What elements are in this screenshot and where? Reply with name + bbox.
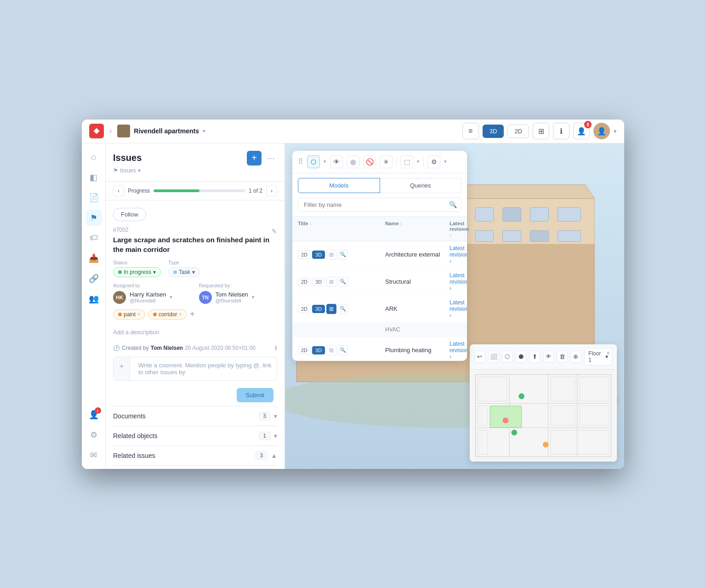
revision-structural[interactable]: Latest revision ›: [450, 272, 467, 291]
creator-name: Tom Nielsen: [151, 345, 183, 351]
3d-view-btn[interactable]: 3D: [483, 125, 504, 138]
table-view-btn[interactable]: ⊞: [533, 123, 549, 139]
minimap-add-btn[interactable]: ⊕: [570, 351, 581, 363]
revision-plumbing[interactable]: Latest revision ›: [450, 341, 467, 360]
sidebar-item-docs[interactable]: 📄: [85, 189, 102, 206]
user-dropdown-icon[interactable]: ▾: [614, 128, 617, 135]
model-name-plumbing: Plumbing heating: [385, 347, 450, 354]
minimap-select-btn[interactable]: ⬢: [516, 351, 527, 363]
minimap-rect-btn[interactable]: ⬜: [488, 351, 499, 363]
sidebar-item-inbox[interactable]: 📥: [85, 250, 102, 267]
requested-by-field: Requested by: TN Tom Nielsen @Rivendell …: [199, 283, 278, 304]
3d-btn-structural[interactable]: 3D: [312, 278, 325, 286]
2d-btn-plumbing[interactable]: 2D: [298, 346, 311, 354]
related-issues-chevron-icon: ▲: [271, 452, 277, 459]
model-row-ark: 2D 3D ⊞ 🔍 ARK Latest revision ›: [292, 296, 467, 323]
progress-bar: [154, 189, 245, 192]
toolbar-asterisk-btn[interactable]: ✳: [380, 155, 393, 168]
tag-corridor-remove[interactable]: ×: [179, 312, 182, 317]
requested-avatar: TN: [199, 291, 212, 304]
sidebar-item-issues[interactable]: ⚑: [85, 210, 102, 226]
toolbar-settings-btn[interactable]: ⚙: [427, 155, 440, 168]
toolbar-eye-btn[interactable]: 👁: [330, 155, 343, 168]
toolbar-eye2-btn[interactable]: ◎: [347, 155, 359, 168]
issue-panel-title: Issues: [113, 153, 142, 163]
revision-arch-ext[interactable]: Latest revision ›: [450, 245, 467, 264]
model-section-hvac: HVAC: [292, 323, 467, 337]
search-btn-plumbing[interactable]: 🔍: [338, 345, 348, 355]
models-tab-queries[interactable]: Queries: [380, 178, 462, 193]
comment-placeholder[interactable]: Write a cooment. Mention people by typin…: [134, 357, 277, 380]
sidebar-item-link[interactable]: 🔗: [85, 270, 102, 287]
search-btn-arch-ext[interactable]: 🔍: [338, 250, 348, 260]
model-row-plumbing: 2D 3D ⊞ 🔍 Plumbing heating Latest revisi…: [292, 337, 467, 361]
models-tab-models[interactable]: Models: [298, 178, 380, 193]
sidebar-item-layers[interactable]: ◧: [85, 169, 102, 186]
documents-section[interactable]: Documents 3 ▾: [113, 406, 277, 426]
add-description[interactable]: Add a description: [113, 325, 277, 339]
tag-paint-remove[interactable]: ×: [137, 312, 140, 317]
2d-view-btn[interactable]: 2D: [507, 125, 529, 138]
toolbar-cursor-expand: ▾: [417, 159, 420, 165]
grid-btn-structural[interactable]: ⊞: [326, 277, 336, 287]
add-tag-btn[interactable]: +: [189, 309, 195, 320]
3d-btn-ark[interactable]: 3D: [312, 305, 325, 313]
list-view-btn[interactable]: ≡: [462, 123, 479, 139]
sidebar-item-user[interactable]: 👤 1: [85, 406, 102, 423]
related-issues-label: Related issues: [113, 452, 155, 459]
minimap-poly-btn[interactable]: ⬡: [502, 351, 513, 363]
toolbar-cube-btn[interactable]: ⬡: [307, 155, 320, 168]
user-badge: 1: [95, 407, 101, 414]
model-view-btns-ark: 2D 3D ⊞ 🔍: [298, 304, 385, 314]
edit-issue-btn[interactable]: ✎: [272, 228, 277, 235]
status-badge[interactable]: In progress ▾: [113, 267, 161, 277]
2d-btn-arch-ext[interactable]: 2D: [298, 251, 311, 259]
minimap-upload-btn[interactable]: ⬆: [529, 351, 540, 363]
project-selector[interactable]: Rivendell apartments ▾: [117, 125, 205, 137]
type-badge[interactable]: Task ▾: [168, 267, 200, 277]
sidebar-item-settings[interactable]: ⚙: [85, 427, 102, 443]
more-options-btn[interactable]: ⋯: [264, 152, 277, 165]
minimap-close-btn[interactable]: ×: [603, 348, 613, 358]
user-avatar[interactable]: 👤: [593, 123, 610, 139]
minimap-eye-btn[interactable]: 👁: [543, 351, 554, 363]
type-dropdown-icon: ▾: [192, 269, 195, 275]
minimap-delete-btn[interactable]: 🗑: [557, 351, 568, 363]
sidebar-item-team[interactable]: 👥: [85, 291, 102, 307]
3d-btn-arch-ext[interactable]: 3D: [312, 251, 325, 259]
related-issues-section[interactable]: Related issues 3 ▲: [113, 445, 277, 465]
info-btn[interactable]: ℹ: [553, 123, 569, 139]
drag-handle-icon: ⠿: [298, 157, 303, 166]
assigned-name: Harry Karlsen: [130, 291, 166, 298]
follow-button[interactable]: Follow: [113, 208, 146, 221]
progress-next-btn[interactable]: ›: [266, 185, 277, 196]
search-btn-ark[interactable]: 🔍: [338, 304, 348, 314]
grid-btn-ark[interactable]: ⊞: [326, 304, 336, 314]
models-toolbar: ⠿ ⬡ ▾ 👁 ◎ 🚫 ✳ ⬚ ▾ ⚙ ▾: [292, 151, 467, 173]
tags-row: paint × corridor × +: [113, 309, 277, 320]
sidebar-item-home[interactable]: ⌂: [85, 149, 102, 166]
sidebar-item-mail[interactable]: ✉: [85, 447, 102, 463]
minimap-undo-btn[interactable]: ↩: [474, 351, 485, 363]
tag-corridor: corridor ×: [148, 309, 187, 320]
submit-btn[interactable]: Submit: [237, 388, 273, 402]
filter-by-name-input[interactable]: [298, 198, 461, 212]
search-btn-structural[interactable]: 🔍: [338, 277, 348, 287]
notification-btn[interactable]: 👤 8: [573, 123, 590, 139]
progress-prev-btn[interactable]: ‹: [113, 185, 124, 196]
comment-add-icon[interactable]: +: [114, 357, 130, 380]
sidebar-item-tags[interactable]: 🏷: [85, 230, 102, 246]
revision-ark[interactable]: Latest revision ›: [450, 299, 467, 319]
2d-btn-ark[interactable]: 2D: [298, 305, 311, 313]
add-issue-btn[interactable]: +: [247, 151, 262, 166]
toolbar-slash-eye-btn[interactable]: 🚫: [363, 155, 376, 168]
grid-btn-arch-ext[interactable]: ⊞: [326, 250, 336, 260]
2d-btn-structural[interactable]: 2D: [298, 278, 311, 286]
requested-expand-icon: ▾: [252, 294, 255, 300]
svg-point-32: [518, 393, 524, 399]
3d-btn-plumbing[interactable]: 3D: [312, 346, 325, 354]
grid-btn-plumbing[interactable]: ⊞: [326, 345, 336, 355]
svg-rect-12: [530, 230, 549, 241]
toolbar-cursor-btn[interactable]: ⬚: [400, 155, 413, 168]
related-objects-section[interactable]: Related objects 1 ▾: [113, 426, 277, 445]
